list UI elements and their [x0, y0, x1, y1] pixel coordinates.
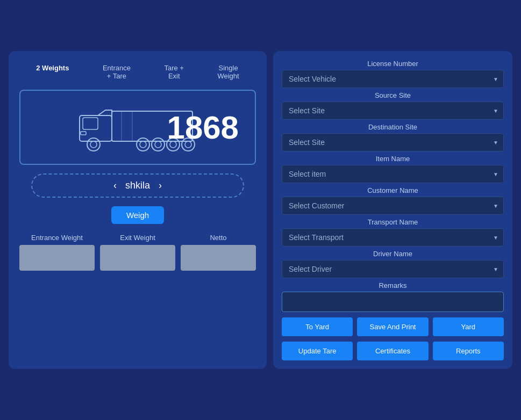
weight-fields: Entrance Weight Exit Weight Netto	[19, 234, 256, 271]
tab-single-weight[interactable]: SingleWeight	[213, 62, 243, 82]
destination-site-label: Destination Site	[282, 123, 504, 131]
action-row-1: To Yard Save And Print Yard	[282, 317, 504, 336]
source-site-group: Source Site Select Site	[282, 91, 504, 120]
exit-weight-input[interactable]	[100, 245, 175, 271]
action-row-2: Update Tare Certificates Reports	[282, 342, 504, 360]
remarks-group: Remarks	[282, 281, 504, 312]
tab-2weights[interactable]: 2 Weights	[32, 62, 73, 82]
customer-name-group: Customer Name Select Customer	[282, 186, 504, 215]
netto-input[interactable]	[181, 245, 256, 271]
customer-name-select[interactable]: Select Customer	[282, 197, 504, 215]
weight-display: 1868	[167, 109, 239, 146]
svg-point-7	[90, 141, 97, 148]
customer-name-label: Customer Name	[282, 186, 504, 194]
transport-name-select[interactable]: Select Transport	[282, 228, 504, 247]
svg-rect-1	[83, 118, 98, 129]
vehicle-name-display: shkila	[125, 180, 150, 191]
customer-name-wrapper: Select Customer	[282, 197, 504, 215]
svg-point-9	[140, 141, 146, 148]
exit-weight-label: Exit Weight	[120, 234, 155, 242]
update-tare-button[interactable]: Update Tare	[282, 342, 353, 360]
driver-name-wrapper: Select Driver	[282, 260, 504, 278]
weigh-button[interactable]: Weigh	[111, 206, 164, 224]
item-name-wrapper: Select item	[282, 165, 504, 183]
license-number-group: License Number Select Vehicle	[282, 60, 504, 88]
svg-point-10	[152, 138, 165, 151]
driver-name-label: Driver Name	[282, 250, 504, 258]
next-vehicle-button[interactable]: ›	[159, 180, 162, 191]
main-container: 2 Weights Entrance+ Tare Tare +Exit Sing…	[9, 51, 512, 369]
destination-site-wrapper: Select Site	[282, 133, 504, 151]
vehicle-nav: ‹ shkila ›	[31, 173, 244, 198]
item-name-group: Item Name Select item	[282, 155, 504, 183]
svg-rect-0	[80, 115, 112, 141]
driver-name-group: Driver Name Select Driver	[282, 250, 504, 278]
destination-site-select[interactable]: Select Site	[282, 133, 504, 151]
license-number-label: License Number	[282, 60, 504, 68]
driver-name-select[interactable]: Select Driver	[282, 260, 504, 278]
yard-button[interactable]: Yard	[433, 317, 504, 336]
tab-tare-exit[interactable]: Tare +Exit	[160, 62, 188, 82]
tab-entrance-tare[interactable]: Entrance+ Tare	[98, 62, 135, 82]
svg-point-8	[137, 138, 149, 151]
item-name-select[interactable]: Select item	[282, 165, 504, 183]
prev-vehicle-button[interactable]: ‹	[113, 180, 117, 191]
reports-button[interactable]: Reports	[433, 342, 504, 360]
destination-site-group: Destination Site Select Site	[282, 123, 504, 151]
netto-group: Netto	[181, 234, 256, 271]
svg-point-6	[87, 138, 100, 151]
exit-weight-group: Exit Weight	[100, 234, 175, 271]
left-panel: 2 Weights Entrance+ Tare Tare +Exit Sing…	[9, 51, 267, 369]
netto-label: Netto	[210, 234, 226, 242]
svg-point-11	[155, 141, 161, 148]
svg-rect-2	[81, 132, 86, 135]
right-panel: License Number Select Vehicle Source Sit…	[273, 51, 512, 369]
license-number-wrapper: Select Vehicle	[282, 70, 504, 88]
tabs-row: 2 Weights Entrance+ Tare Tare +Exit Sing…	[19, 62, 256, 82]
entrance-weight-group: Entrance Weight	[19, 234, 95, 271]
remarks-label: Remarks	[282, 281, 504, 289]
source-site-select[interactable]: Select Site	[282, 102, 504, 120]
truck-display: 1868	[19, 90, 256, 165]
remarks-input[interactable]	[282, 292, 504, 312]
transport-name-wrapper: Select Transport	[282, 228, 504, 247]
source-site-wrapper: Select Site	[282, 102, 504, 120]
entrance-weight-label: Entrance Weight	[31, 234, 83, 242]
save-and-print-button[interactable]: Save And Print	[357, 317, 428, 336]
to-yard-button[interactable]: To Yard	[282, 317, 353, 336]
certificates-button[interactable]: Certificates	[357, 342, 428, 360]
transport-name-group: Transport Name Select Transport	[282, 218, 504, 247]
item-name-label: Item Name	[282, 155, 504, 163]
source-site-label: Source Site	[282, 91, 504, 99]
license-number-select[interactable]: Select Vehicle	[282, 70, 504, 88]
entrance-weight-input[interactable]	[19, 245, 95, 271]
transport-name-label: Transport Name	[282, 218, 504, 226]
